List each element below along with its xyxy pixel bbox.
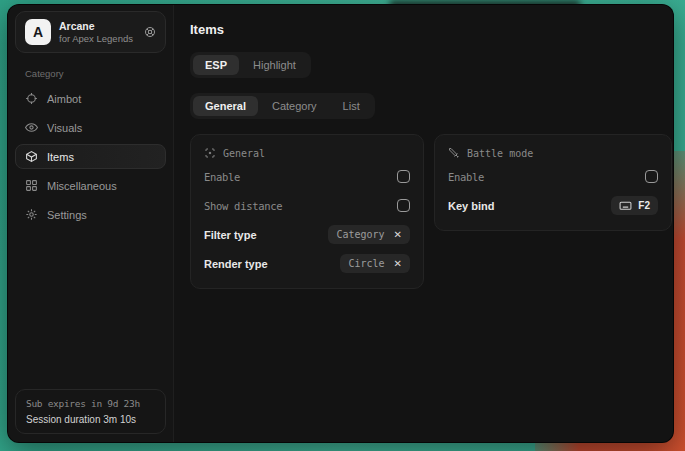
- render-type-value: Circle: [348, 258, 384, 269]
- app-subtitle: for Apex Legends: [59, 33, 133, 44]
- show-distance-row: Show distance: [204, 194, 410, 217]
- sidebar: A Arcane for Apex Legends Category: [8, 5, 174, 442]
- filter-type-label: Filter type: [204, 229, 257, 241]
- scan-icon: [204, 147, 216, 159]
- package-icon: [25, 150, 38, 163]
- crosshair-icon: [25, 92, 38, 105]
- view-tabs: General Category List: [190, 93, 375, 119]
- sidebar-item-items[interactable]: Items: [15, 144, 166, 169]
- key-bind-button[interactable]: F2: [611, 196, 658, 215]
- sidebar-item-visuals[interactable]: Visuals: [15, 115, 166, 140]
- filter-type-select[interactable]: Category ✕: [328, 225, 410, 244]
- session-duration-text: Session duration 3m 10s: [26, 414, 155, 425]
- grid-icon: [25, 179, 38, 192]
- gear-icon: [25, 208, 38, 221]
- render-type-row: Render type Circle ✕: [204, 252, 410, 275]
- swords-icon: [448, 147, 460, 159]
- brand-card: A Arcane for Apex Legends: [15, 11, 166, 53]
- tab-category[interactable]: Category: [260, 96, 329, 116]
- panels-row: General Enable Show distance Filter type…: [190, 134, 672, 289]
- keyboard-icon: [619, 199, 632, 212]
- category-label: Category: [25, 68, 156, 79]
- battle-enable-label: Enable: [448, 171, 484, 183]
- battle-mode-panel-header: Battle mode: [448, 147, 658, 159]
- tab-highlight[interactable]: Highlight: [241, 55, 308, 75]
- filter-type-row: Filter type Category ✕: [204, 223, 410, 246]
- main-content: Items ESP Highlight General Category Lis…: [174, 5, 674, 442]
- close-icon[interactable]: ✕: [394, 258, 402, 269]
- sub-expires-text: Sub expires in 9d 23h: [26, 398, 155, 409]
- enable-row: Enable: [204, 165, 410, 188]
- sidebar-item-settings[interactable]: Settings: [15, 202, 166, 227]
- tab-list[interactable]: List: [331, 96, 372, 116]
- brand-text: Arcane for Apex Legends: [59, 20, 133, 44]
- general-panel-header: General: [204, 147, 410, 159]
- battle-mode-panel: Battle mode Enable Key bind: [434, 134, 672, 231]
- sidebar-item-miscellaneous[interactable]: Miscellaneous: [15, 173, 166, 198]
- sidebar-item-label: Items: [47, 151, 74, 163]
- tab-esp[interactable]: ESP: [193, 55, 239, 75]
- key-bind-row: Key bind F2: [448, 194, 658, 217]
- mode-tabs: ESP Highlight: [190, 52, 311, 78]
- battle-mode-panel-title: Battle mode: [467, 148, 533, 159]
- sidebar-item-label: Miscellaneous: [47, 180, 117, 192]
- page-title: Items: [190, 22, 672, 37]
- enable-label: Enable: [204, 171, 240, 183]
- battle-enable-checkbox[interactable]: [645, 170, 658, 183]
- tab-general[interactable]: General: [193, 96, 258, 116]
- show-distance-checkbox[interactable]: [397, 199, 410, 212]
- general-panel: General Enable Show distance Filter type…: [190, 134, 424, 289]
- enable-checkbox[interactable]: [397, 170, 410, 183]
- close-icon[interactable]: ✕: [394, 229, 402, 240]
- app-name: Arcane: [59, 20, 133, 32]
- sidebar-item-label: Settings: [47, 209, 87, 221]
- render-type-select[interactable]: Circle ✕: [340, 254, 410, 273]
- lifebuoy-icon[interactable]: [144, 26, 156, 38]
- app-logo: A: [25, 19, 51, 45]
- show-distance-label: Show distance: [204, 200, 282, 212]
- key-bind-value: F2: [638, 200, 650, 211]
- sidebar-item-label: Visuals: [47, 122, 82, 134]
- sidebar-item-aimbot[interactable]: Aimbot: [15, 86, 166, 111]
- filter-type-value: Category: [336, 229, 384, 240]
- subscription-info-card: Sub expires in 9d 23h Session duration 3…: [15, 389, 166, 434]
- general-panel-title: General: [223, 148, 265, 159]
- key-bind-label: Key bind: [448, 200, 494, 212]
- eye-icon: [25, 121, 38, 134]
- sidebar-item-label: Aimbot: [47, 93, 81, 105]
- sidebar-nav: Aimbot Visuals Items: [15, 86, 166, 227]
- battle-enable-row: Enable: [448, 165, 658, 188]
- arcane-overlay-window: A Arcane for Apex Legends Category: [7, 4, 674, 443]
- render-type-label: Render type: [204, 258, 268, 270]
